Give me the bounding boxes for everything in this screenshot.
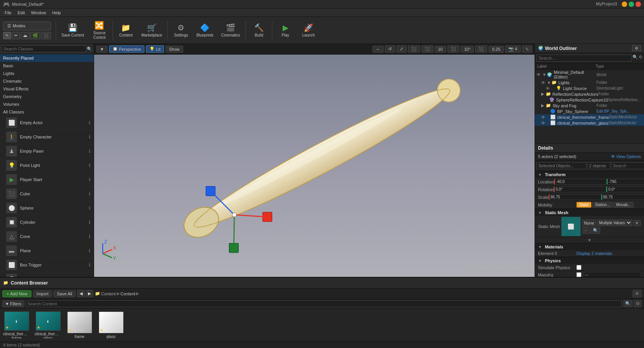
scale-size-button[interactable]: 0.25 bbox=[488, 46, 503, 53]
marketplace-button[interactable]: 🛒 Marketplace bbox=[138, 19, 165, 42]
content-search-input[interactable] bbox=[26, 300, 622, 307]
list-item[interactable]: 🔲 Cylinder ℹ bbox=[0, 215, 94, 230]
tree-item-sky-sphere[interactable]: 🔵 BP_Sky_Sphere Edit BP_Sky_Sph... bbox=[535, 108, 644, 114]
tree-item-thermo-frame[interactable]: 👁 ⬜ clinical_thermometer_frame StaticMes… bbox=[535, 114, 644, 120]
tree-item-lights-folder[interactable]: 👁 ▼ 📁 Lights Folder bbox=[535, 80, 644, 85]
rotation-x-input[interactable] bbox=[554, 186, 606, 192]
viewport-dropdown-button[interactable]: ▼ bbox=[96, 46, 108, 53]
modes-button[interactable]: ☰ Modes bbox=[3, 22, 51, 30]
mesh-back-button[interactable]: ← bbox=[582, 227, 590, 234]
close-button[interactable] bbox=[636, 2, 641, 7]
add-new-button[interactable]: + Add New bbox=[2, 290, 31, 297]
tree-item-thermo-glass[interactable]: 👁 ⬜ clinical_thermometer_glass StaticMes… bbox=[535, 120, 644, 126]
sphere-trigger-info[interactable]: ℹ bbox=[89, 276, 91, 277]
list-item[interactable]: ▬ Plane ℹ bbox=[0, 244, 94, 258]
empty-actor-info[interactable]: ℹ bbox=[89, 120, 91, 125]
player-start-info[interactable]: ℹ bbox=[89, 177, 91, 182]
cb-forward-button[interactable]: ▶ bbox=[86, 290, 93, 297]
scale-y-input[interactable] bbox=[601, 194, 644, 200]
mode-landscape[interactable]: ⛰ bbox=[21, 32, 30, 39]
cb-item-thermo-glass[interactable]: 🌡 ★ clinical_thermometer...glass bbox=[35, 311, 61, 338]
maximize-button[interactable] bbox=[629, 2, 634, 7]
mode-select[interactable]: ↖ bbox=[3, 32, 11, 39]
viewport[interactable]: ▼ 🔲 Perspective 💡 Lit Show ↔ ↺ ⤢ ⬛ ⬛ 10 bbox=[94, 44, 535, 277]
stationary-mobility-button[interactable]: Station... bbox=[592, 202, 613, 208]
point-light-info[interactable]: ℹ bbox=[89, 163, 91, 168]
category-all-classes[interactable]: All Classes bbox=[0, 108, 94, 116]
outliner-search-input[interactable] bbox=[536, 55, 632, 62]
viewport-canvas[interactable]: X Y Z Level: Minimal_Default (Persistent… bbox=[94, 55, 535, 277]
mesh-browse-button[interactable]: 🔍 bbox=[591, 227, 600, 234]
movable-mobility-button[interactable]: Movab... bbox=[613, 202, 633, 208]
static-mesh-section-header[interactable]: ▼ Static Mesh bbox=[535, 209, 644, 216]
perspective-button[interactable]: 🔲 Perspective bbox=[109, 45, 144, 53]
tree-item-light-source[interactable]: 👁 💡 Light Source DirectionalLight bbox=[535, 85, 644, 91]
list-item[interactable]: ⚪ Sphere Trigger ℹ bbox=[0, 272, 94, 277]
physics-section-header[interactable]: ▼ Physics bbox=[535, 257, 644, 264]
import-button[interactable]: Import bbox=[33, 290, 52, 297]
angle-size-button[interactable]: 10° bbox=[461, 46, 474, 53]
save-all-button[interactable]: Save All bbox=[53, 290, 76, 297]
location-x-input[interactable] bbox=[554, 179, 606, 185]
build-button[interactable]: 🔨 Build bbox=[248, 19, 270, 42]
tree-item-sky-folder[interactable]: ▶ 📁 Sky and Fog Folder bbox=[535, 103, 644, 108]
menu-window[interactable]: Window bbox=[28, 10, 49, 16]
sphere-info[interactable]: ℹ bbox=[89, 205, 91, 211]
mass-kg-checkbox[interactable] bbox=[576, 272, 581, 277]
content-button[interactable]: 📁 Content bbox=[115, 19, 137, 42]
grid-snap-button[interactable]: ⬛ bbox=[421, 45, 434, 53]
search-classes-input[interactable] bbox=[2, 45, 86, 52]
cube-info[interactable]: ℹ bbox=[89, 191, 91, 196]
eye-icon[interactable]: 👁 bbox=[541, 115, 545, 120]
play-button[interactable]: ▶ Play bbox=[275, 19, 296, 42]
launch-button[interactable]: 🚀 Launch bbox=[298, 19, 319, 42]
cb-item-thermo-frame[interactable]: 🌡 ★ clinical_thermometer...frame bbox=[3, 311, 30, 338]
list-item[interactable]: ⬜ Empty Actor ℹ bbox=[0, 116, 94, 130]
category-volumes[interactable]: Volumes bbox=[0, 100, 94, 108]
category-recently-placed[interactable]: Recently Placed bbox=[0, 54, 94, 62]
mass-kg-input[interactable] bbox=[584, 272, 641, 277]
menu-edit[interactable]: Edit bbox=[15, 10, 28, 16]
scale-snap-button[interactable]: ⬛ bbox=[475, 45, 487, 53]
location-y-input[interactable] bbox=[607, 179, 644, 185]
empty-pawn-info[interactable]: ℹ bbox=[89, 148, 91, 154]
tree-item-sphere-reflection[interactable]: 🔮 SphereReflectionCapture10 SphereReflec… bbox=[535, 97, 644, 103]
details-search-input[interactable] bbox=[611, 162, 644, 169]
category-lights[interactable]: Lights bbox=[0, 70, 94, 77]
blueprints-button[interactable]: 🔷 Blueprints bbox=[193, 19, 216, 42]
list-item[interactable]: ♟ Empty Pawn ℹ bbox=[0, 144, 94, 158]
translate-button[interactable]: ↔ bbox=[372, 46, 384, 53]
surface-snap-button[interactable]: ⬛ bbox=[408, 45, 420, 53]
mode-foliage[interactable]: 🌿 bbox=[30, 32, 40, 39]
category-geometry[interactable]: Geometry bbox=[0, 93, 94, 100]
angle-snap-button[interactable]: ⬛ bbox=[447, 45, 460, 53]
lit-button[interactable]: 💡 Lit bbox=[146, 45, 164, 53]
box-trigger-info[interactable]: ℹ bbox=[89, 262, 91, 268]
category-visual-effects[interactable]: Visual Effects bbox=[0, 85, 94, 93]
scale-button[interactable]: ⤢ bbox=[396, 45, 407, 53]
plane-info[interactable]: ℹ bbox=[89, 248, 91, 253]
rotation-y-input[interactable] bbox=[606, 186, 644, 192]
list-item[interactable]: 🚶 Empty Character ℹ bbox=[0, 130, 94, 144]
list-item[interactable]: △ Cone ℹ bbox=[0, 230, 94, 244]
breadcrumb-content[interactable]: Content bbox=[101, 291, 116, 296]
minimize-button[interactable] bbox=[622, 2, 627, 7]
list-item[interactable]: ▶ Player Start ℹ bbox=[0, 173, 94, 187]
cb-item-glass-material[interactable]: ★ glass bbox=[98, 311, 124, 338]
transform-section-header[interactable]: ▼ Transform bbox=[535, 171, 644, 178]
source-control-button[interactable]: 🔀 SourceControl bbox=[89, 19, 110, 42]
eye-icon[interactable]: 👁 bbox=[541, 121, 545, 125]
materials-section-header[interactable]: ▼ Materials bbox=[535, 243, 644, 250]
mode-paint[interactable]: ✏ bbox=[12, 32, 20, 39]
search-icon[interactable]: 🔍 bbox=[87, 47, 92, 52]
eye-icon[interactable]: 👁 bbox=[541, 80, 545, 85]
category-cinematic[interactable]: Cinematic bbox=[0, 77, 94, 85]
cinematics-button[interactable]: 🎬 Cinematics bbox=[218, 19, 243, 42]
settings-button[interactable]: ⚙ Settings bbox=[170, 19, 192, 42]
rotate-button[interactable]: ↺ bbox=[385, 45, 395, 53]
mode-brush[interactable]: ⬛ bbox=[41, 32, 51, 39]
cb-item-frame-material[interactable]: ★ frame bbox=[66, 311, 93, 338]
save-current-button[interactable]: 💾 Save Current bbox=[58, 19, 87, 42]
cone-info[interactable]: ℹ bbox=[89, 234, 91, 239]
mesh-dropdown[interactable]: Multiple Values bbox=[597, 220, 632, 226]
